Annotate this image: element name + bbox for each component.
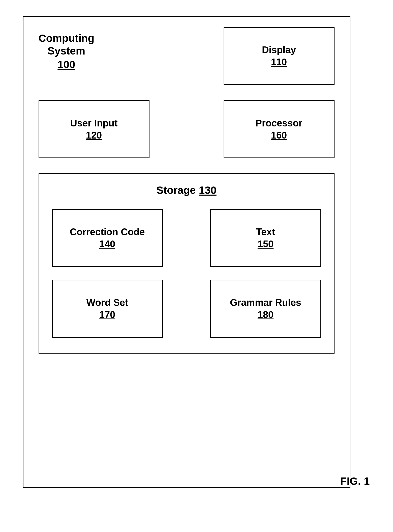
grammar-rules-label: Grammar Rules — [230, 297, 301, 309]
user-input-label: User Input — [70, 118, 118, 129]
storage-outer-box: Storage 130 Correction Code 140 Text 150… — [39, 173, 335, 354]
word-set-box: Word Set 170 — [52, 280, 163, 338]
correction-code-ref: 140 — [99, 239, 115, 250]
figure-label: FIG. 1 — [340, 475, 370, 487]
processor-label: Processor — [256, 118, 303, 129]
storage-ref: 130 — [199, 184, 217, 196]
word-set-ref: 170 — [99, 309, 115, 320]
top-section: Computing System 100 Display 110 — [39, 27, 335, 85]
storage-bottom-row: Word Set 170 Grammar Rules 180 — [52, 280, 321, 338]
processor-box: Processor 160 — [224, 100, 335, 158]
display-ref: 110 — [271, 57, 287, 68]
computing-system-title: Computing System — [39, 32, 95, 58]
display-label: Display — [262, 44, 296, 56]
storage-title-row: Storage 130 — [52, 184, 321, 196]
outer-box: Computing System 100 Display 110 User In… — [23, 16, 350, 488]
grammar-rules-ref: 180 — [258, 309, 274, 320]
computing-system-label: Computing System 100 — [39, 27, 95, 85]
correction-code-label: Correction Code — [70, 226, 145, 238]
display-box: Display 110 — [224, 27, 335, 85]
text-box: Text 150 — [210, 209, 321, 267]
storage-top-row: Correction Code 140 Text 150 — [52, 209, 321, 267]
word-set-label: Word Set — [86, 297, 128, 309]
storage-label: Storage — [156, 184, 196, 196]
computing-system-ref: 100 — [57, 59, 75, 71]
processor-ref: 160 — [271, 130, 287, 141]
text-label: Text — [256, 226, 275, 238]
user-input-box: User Input 120 — [39, 100, 149, 158]
user-input-ref: 120 — [86, 130, 102, 141]
correction-code-box: Correction Code 140 — [52, 209, 163, 267]
page: Computing System 100 Display 110 User In… — [23, 16, 371, 516]
grammar-rules-box: Grammar Rules 180 — [210, 280, 321, 338]
text-ref: 150 — [258, 239, 274, 250]
middle-section: User Input 120 Processor 160 — [39, 100, 335, 158]
